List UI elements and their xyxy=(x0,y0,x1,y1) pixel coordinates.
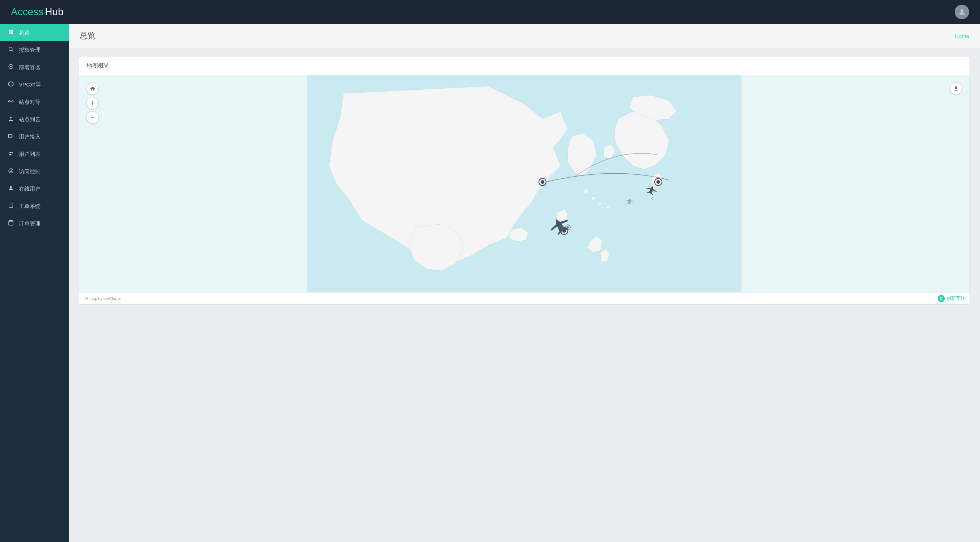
map-container: + − .land { fill: #f5f xyxy=(79,75,969,292)
sidebar-label-online-users: 在线用户 xyxy=(19,186,41,192)
sidebar-icon-tickets xyxy=(7,203,14,210)
map-card-header: 地图概览 xyxy=(79,57,969,75)
sidebar-icon-access-control xyxy=(7,168,14,175)
map-home-button[interactable] xyxy=(86,83,99,95)
svg-line-6 xyxy=(12,50,13,52)
user-avatar[interactable] xyxy=(955,5,969,19)
svg-rect-3 xyxy=(9,32,11,34)
sidebar-item-user-list[interactable]: 用户列表 xyxy=(0,145,69,163)
sidebar-item-user-access[interactable]: 用户接入 xyxy=(0,128,69,145)
sidebar-icon-auth xyxy=(7,46,14,54)
sidebar-label-vpc: VPC对等 xyxy=(19,81,41,88)
svg-rect-12 xyxy=(9,120,13,121)
page-header: 总览 Home xyxy=(69,24,980,48)
brand-logo: C 创新互联 xyxy=(938,295,965,302)
map-zoom-out-button[interactable]: − xyxy=(86,111,99,124)
sidebar: 总览授权管理部署容器VPC对等站点对等站点到云用户接入用户列表访问控制在线用户工… xyxy=(0,24,69,542)
svg-point-32 xyxy=(657,180,660,184)
main-layout: 总览授权管理部署容器VPC对等站点对等站点到云用户接入用户列表访问控制在线用户工… xyxy=(0,24,980,542)
sidebar-icon-overview xyxy=(7,29,14,36)
logo-access: Access xyxy=(11,6,43,18)
svg-point-14 xyxy=(11,152,13,153)
map-card: 地图概览 + − xyxy=(79,57,970,305)
sidebar-icon-vpc xyxy=(7,81,14,88)
page-body: 地图概览 + − xyxy=(69,48,980,542)
svg-point-5 xyxy=(9,48,12,51)
sidebar-item-orders[interactable]: 订单管理 xyxy=(0,215,69,232)
svg-point-24 xyxy=(606,206,609,209)
svg-point-21 xyxy=(584,189,588,193)
sidebar-item-auth[interactable]: 授权管理 xyxy=(0,41,69,59)
sidebar-label-overview: 总览 xyxy=(19,29,30,36)
map-svg: .land { fill: #f5f5f5; stroke: #ccc; str… xyxy=(79,75,969,292)
svg-point-22 xyxy=(591,197,595,200)
svg-point-10 xyxy=(12,100,13,102)
sidebar-label-user-list: 用户列表 xyxy=(19,151,41,158)
sidebar-icon-deploy xyxy=(7,64,14,71)
svg-point-26 xyxy=(541,180,544,184)
sidebar-label-orders: 订单管理 xyxy=(19,220,41,227)
brand-logo-icon: C xyxy=(938,295,945,302)
logo-hub: Hub xyxy=(45,6,63,18)
sidebar-label-site-peer: 站点对等 xyxy=(19,99,41,106)
sidebar-label-auth: 授权管理 xyxy=(19,47,41,54)
app-header: Access Hub xyxy=(0,0,980,24)
svg-rect-1 xyxy=(9,30,11,32)
sidebar-item-overview[interactable]: 总览 xyxy=(0,24,69,41)
breadcrumb-home: Home xyxy=(955,33,969,39)
sidebar-icon-online-users xyxy=(7,185,14,192)
svg-point-18 xyxy=(10,186,11,188)
sidebar-item-site-cloud[interactable]: 站点到云 xyxy=(0,111,69,128)
svg-point-0 xyxy=(961,10,963,12)
sidebar-item-tickets[interactable]: 工单系统 xyxy=(0,197,69,215)
svg-point-9 xyxy=(8,100,10,102)
sidebar-item-online-users[interactable]: 在线用户 xyxy=(0,180,69,197)
map-attribution: JS map by amCharts xyxy=(84,296,121,301)
sidebar-icon-user-access xyxy=(7,133,14,140)
svg-rect-2 xyxy=(11,30,13,32)
map-download-button[interactable] xyxy=(950,83,962,95)
sidebar-icon-user-list xyxy=(7,151,14,158)
page-title: 总览 xyxy=(80,30,95,41)
svg-point-13 xyxy=(10,152,11,153)
svg-point-23 xyxy=(599,202,602,205)
map-zoom-in-button[interactable]: + xyxy=(86,97,99,109)
map-footer: JS map by amCharts C 创新互联 xyxy=(79,292,969,304)
sidebar-item-deploy[interactable]: 部署容器 xyxy=(0,59,69,76)
sidebar-label-tickets: 工单系统 xyxy=(19,203,41,210)
sidebar-item-vpc[interactable]: VPC对等 xyxy=(0,76,69,93)
map-controls: + − xyxy=(86,83,99,124)
sidebar-icon-orders xyxy=(7,220,14,227)
sidebar-label-access-control: 访问控制 xyxy=(19,168,41,175)
sidebar-item-access-control[interactable]: 访问控制 xyxy=(0,163,69,180)
sidebar-label-site-cloud: 站点到云 xyxy=(19,116,41,123)
sidebar-icon-site-peer xyxy=(7,99,14,106)
content-area: 总览 Home 地图概览 + − xyxy=(69,24,980,542)
sidebar-label-deploy: 部署容器 xyxy=(19,64,41,71)
sidebar-icon-site-cloud xyxy=(7,116,14,123)
svg-point-8 xyxy=(10,66,11,67)
svg-rect-4 xyxy=(11,32,13,34)
app-logo: Access Hub xyxy=(11,6,64,18)
sidebar-item-site-peer[interactable]: 站点对等 xyxy=(0,93,69,111)
sidebar-label-user-access: 用户接入 xyxy=(19,134,41,140)
svg-point-17 xyxy=(11,170,11,171)
brand-name: 创新互联 xyxy=(947,295,965,302)
